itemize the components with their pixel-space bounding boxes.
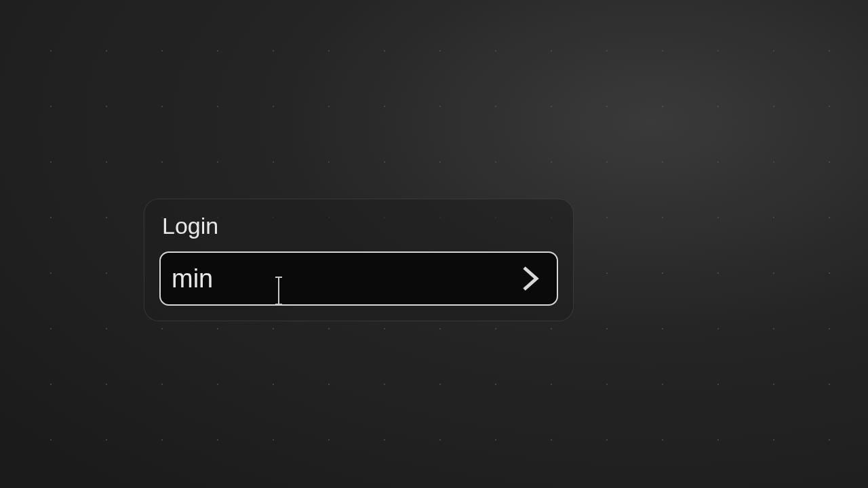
login-input-container bbox=[159, 251, 558, 306]
login-label: Login bbox=[162, 213, 558, 239]
login-panel: Login bbox=[144, 199, 574, 321]
username-input[interactable] bbox=[172, 264, 516, 293]
chevron-right-icon bbox=[521, 265, 540, 292]
submit-button[interactable] bbox=[516, 264, 546, 293]
